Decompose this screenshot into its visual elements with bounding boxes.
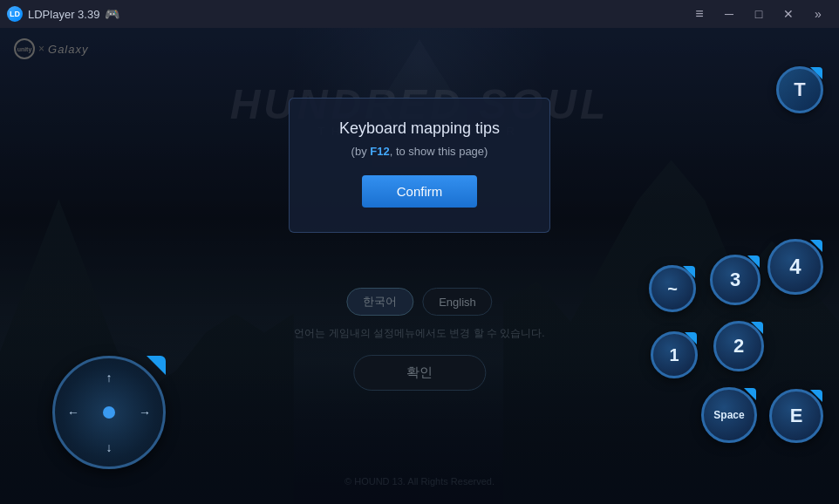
controller-icon: 🎮	[105, 7, 119, 21]
more-button[interactable]: »	[804, 0, 832, 28]
key-space-button[interactable]: Space	[701, 387, 757, 443]
key-tilde-button[interactable]: ~	[649, 265, 696, 312]
dpad-right[interactable]: →	[139, 405, 151, 419]
confirm-button[interactable]: Confirm	[362, 175, 478, 208]
f12-key-label: F12	[370, 145, 389, 158]
dpad-circle[interactable]: ↑ ↓ ← →	[52, 356, 166, 469]
dpad-container: ↑ ↓ ← →	[52, 356, 166, 469]
menu-button[interactable]: ≡	[686, 0, 713, 28]
app-name: LDPlayer 3.39	[28, 8, 99, 21]
titlebar-left: LD LDPlayer 3.39 🎮	[7, 6, 119, 22]
subtitle-suffix: , to show this page)	[390, 145, 488, 158]
t-avatar-label: T	[794, 78, 805, 101]
key-e-button[interactable]: E	[769, 389, 823, 443]
titlebar: LD LDPlayer 3.39 🎮 ≡ ─ □ ✕ »	[0, 0, 839, 28]
tip-title: Keyboard mapping tips	[324, 119, 515, 138]
key-3-button[interactable]: 3	[710, 255, 761, 305]
dpad-up[interactable]: ↑	[106, 371, 113, 385]
key-2-button[interactable]: 2	[713, 321, 764, 371]
titlebar-controls: ≡ ─ □ ✕ »	[686, 0, 832, 28]
dpad-corner-decoration	[147, 356, 166, 375]
t-avatar-button[interactable]: T	[776, 66, 823, 113]
logo-text: LD	[10, 10, 20, 18]
app-logo: LD	[7, 6, 23, 22]
subtitle-prefix: (by	[351, 145, 371, 158]
dpad-center-dot	[103, 406, 115, 419]
main-area: unity × Galaxy HUNDRED SOUL THE LAST SAV…	[0, 28, 839, 504]
tip-subtitle: (by F12, to show this page)	[324, 145, 515, 158]
key-1-button[interactable]: 1	[651, 331, 698, 378]
minimize-button[interactable]: ─	[715, 0, 743, 28]
close-button[interactable]: ✕	[774, 0, 802, 28]
tip-box: Keyboard mapping tips (by F12, to show t…	[289, 98, 550, 233]
key-4-button[interactable]: 4	[767, 239, 823, 295]
maximize-button[interactable]: □	[745, 0, 773, 28]
dpad-down[interactable]: ↓	[106, 440, 113, 454]
dpad-left[interactable]: ←	[67, 405, 79, 419]
